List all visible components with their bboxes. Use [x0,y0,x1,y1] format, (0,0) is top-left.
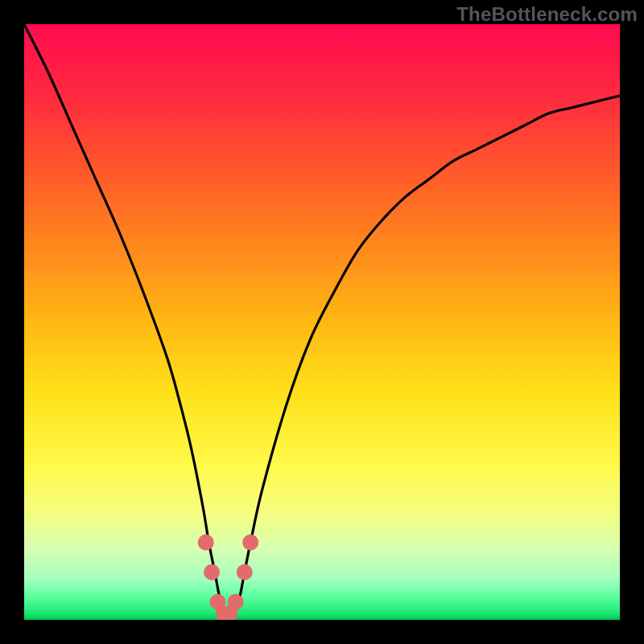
curve-marker [228,594,244,610]
curve-markers [24,24,620,620]
chart-frame: TheBottleneck.com [0,0,644,644]
curve-marker [198,535,214,551]
curve-marker [242,535,258,551]
plot-area [24,24,620,620]
curve-marker [237,564,253,580]
watermark-text: TheBottleneck.com [456,3,638,26]
curve-marker [204,564,220,580]
